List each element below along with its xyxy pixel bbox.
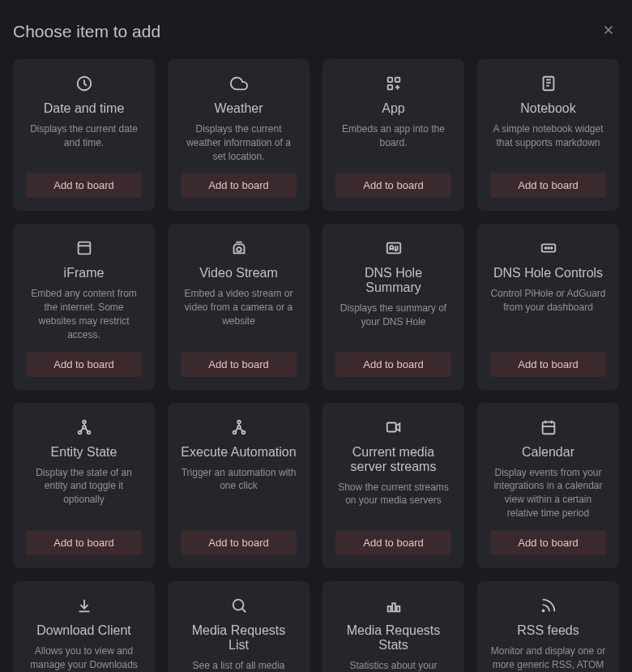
add-to-board-button[interactable]: Add to board xyxy=(181,530,297,555)
add-to-board-button[interactable]: Add to board xyxy=(26,352,142,377)
card-description: Monitor and display one or more generic … xyxy=(490,644,606,672)
svg-rect-44 xyxy=(387,606,391,611)
widget-card: NotebookA simple notebook widget that su… xyxy=(477,59,619,211)
add-to-board-button[interactable]: Add to board xyxy=(181,173,297,198)
card-description: Embed a video stream or video from a cam… xyxy=(181,287,297,341)
widget-card: Execute AutomationTrigger an automation … xyxy=(168,403,310,568)
card-description: A simple notebook widget that supports m… xyxy=(490,122,606,163)
ad-icon xyxy=(385,237,403,259)
svg-rect-36 xyxy=(386,422,395,431)
card-title: Calendar xyxy=(522,445,574,460)
svg-line-34 xyxy=(235,428,237,431)
svg-point-25 xyxy=(83,426,86,429)
widget-card: WeatherDisplays the current weather info… xyxy=(168,59,310,211)
add-to-board-button[interactable]: Add to board xyxy=(26,530,142,555)
card-description: Display events from your integrations in… xyxy=(490,466,606,520)
add-to-board-button[interactable]: Add to board xyxy=(490,173,606,198)
card-title: App xyxy=(382,101,404,116)
svg-rect-45 xyxy=(392,603,395,611)
widget-card: iFrameEmbed any content from the interne… xyxy=(13,224,155,389)
download-icon xyxy=(75,594,93,617)
cloud-icon xyxy=(230,72,248,95)
card-title: Entity State xyxy=(51,445,117,460)
calendar-icon xyxy=(540,416,557,439)
svg-rect-37 xyxy=(542,422,554,434)
card-description: Control PiHole or AdGuard from your dash… xyxy=(490,287,606,341)
widget-card: Video StreamEmbed a video stream or vide… xyxy=(168,224,310,389)
card-description: Show the current streams on your media s… xyxy=(335,481,451,520)
close-button[interactable] xyxy=(598,19,619,43)
card-description: Displays the summary of your DNS Hole xyxy=(335,302,451,341)
clock-icon xyxy=(75,72,93,95)
camera-icon xyxy=(230,237,248,259)
card-title: Date and time xyxy=(44,101,125,116)
card-description: Allows you to view and manage your Downl… xyxy=(26,644,142,672)
add-to-board-button[interactable]: Add to board xyxy=(490,352,606,377)
card-description: Embeds an app into the board. xyxy=(335,122,451,163)
svg-point-14 xyxy=(237,247,241,252)
tree-icon xyxy=(75,416,93,439)
svg-point-29 xyxy=(237,420,241,423)
svg-point-21 xyxy=(550,247,552,249)
svg-point-32 xyxy=(237,426,241,429)
modal-header: Choose item to add xyxy=(13,13,619,59)
rss-icon xyxy=(540,594,557,617)
widget-card: DNS Hole SummaryDisplays the summary of … xyxy=(322,224,464,389)
svg-rect-4 xyxy=(395,78,399,83)
widget-card: RSS feedsMonitor and display one or more… xyxy=(477,581,619,672)
svg-rect-3 xyxy=(387,78,392,83)
svg-rect-46 xyxy=(396,606,399,611)
svg-point-19 xyxy=(544,247,546,249)
add-to-board-button[interactable]: Add to board xyxy=(181,352,297,377)
widget-card: Media Requests StatsStatistics about you… xyxy=(322,581,464,672)
widget-card: Entity StateDisplay the state of an enti… xyxy=(13,403,155,568)
svg-line-35 xyxy=(240,428,242,431)
add-to-board-button[interactable]: Add to board xyxy=(490,530,606,555)
video-icon xyxy=(385,416,403,439)
widget-card: Media Requests ListSee a list of all med… xyxy=(168,581,310,672)
svg-point-22 xyxy=(83,420,86,423)
card-title: DNS Hole Summary xyxy=(335,266,451,295)
widget-card: Current media server streamsShow the cur… xyxy=(322,403,464,568)
card-description: Statistics about your media requests xyxy=(335,659,451,672)
add-to-board-button[interactable]: Add to board xyxy=(335,173,451,198)
card-title: Video Stream xyxy=(199,266,278,280)
add-to-board-button[interactable]: Add to board xyxy=(26,173,142,198)
card-title: Current media server streams xyxy=(335,445,451,474)
card-description: Trigger an automation with one click xyxy=(181,466,297,520)
modal-title: Choose item to add xyxy=(13,22,160,41)
card-description: See a list of all media requests from yo… xyxy=(181,659,297,672)
card-title: Execute Automation xyxy=(181,445,296,460)
card-title: Media Requests List xyxy=(181,623,297,653)
widget-card: AppEmbeds an app into the board.Add to b… xyxy=(322,59,464,211)
add-to-board-button[interactable]: Add to board xyxy=(335,530,451,555)
add-to-board-button[interactable]: Add to board xyxy=(335,352,451,377)
svg-rect-5 xyxy=(387,85,392,90)
stats-icon xyxy=(385,594,403,617)
card-description: Embed any content from the internet. Som… xyxy=(26,287,142,341)
card-title: DNS Hole Controls xyxy=(493,266,603,280)
card-title: iFrame xyxy=(64,266,105,280)
svg-line-28 xyxy=(85,428,88,431)
card-description: Display the state of an entity and toggl… xyxy=(26,466,142,520)
card-title: Weather xyxy=(214,101,263,116)
card-title: Notebook xyxy=(520,101,576,116)
card-description: Displays the current weather information… xyxy=(181,122,297,163)
iframe-icon xyxy=(75,237,93,259)
svg-point-47 xyxy=(542,610,544,611)
card-description: Displays the current date and time. xyxy=(26,122,142,163)
widget-card: CalendarDisplay events from your integra… xyxy=(477,403,619,568)
widget-card: DNS Hole ControlsControl PiHole or AdGua… xyxy=(477,224,619,389)
widget-grid: Date and timeDisplays the current date a… xyxy=(13,59,619,672)
widget-card: Download ClientAllows you to view and ma… xyxy=(13,581,155,672)
apps-icon xyxy=(385,72,403,95)
svg-rect-12 xyxy=(78,242,90,255)
svg-point-20 xyxy=(548,247,549,249)
search-icon xyxy=(230,594,248,617)
notebook-icon xyxy=(540,72,557,95)
svg-line-27 xyxy=(80,428,83,431)
tree-icon xyxy=(230,416,248,439)
widget-card: Date and timeDisplays the current date a… xyxy=(13,59,155,211)
card-title: Media Requests Stats xyxy=(335,623,451,653)
svg-point-42 xyxy=(233,599,243,610)
